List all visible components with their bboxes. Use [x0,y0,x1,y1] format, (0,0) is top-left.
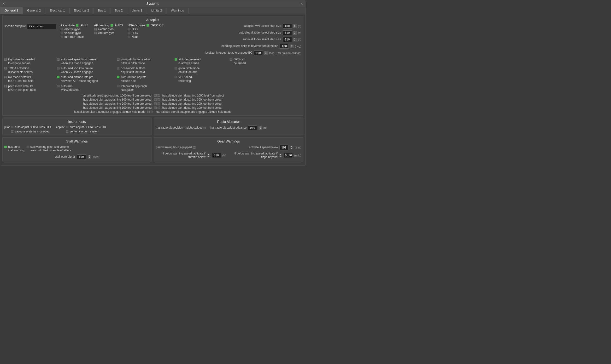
radio-alt-down[interactable]: ▼ [259,128,262,130]
instruments-content: pilot auto adjust CDI to GPS DTK vacuum … [4,126,150,133]
pilot-vacuum-cb[interactable] [11,130,14,133]
alert-cb-4b[interactable] [151,111,153,113]
option-alt-preselect-cb[interactable] [175,58,177,61]
alert-cb-4[interactable] [147,111,153,113]
hdg-delta-row: heading-select delta to reverse turn dir… [205,44,301,49]
tab-electrical2[interactable]: Electrical 2 [69,7,94,14]
alert-cb-3[interactable] [154,106,160,109]
stall-pitch-volume-cb[interactable] [27,146,29,148]
vvi-step-down[interactable]: ▼ [293,26,297,28]
option-autoload-speed-cb[interactable] [57,58,59,61]
tab-general2[interactable]: General 2 [23,7,45,14]
hnav-obs: OBS [128,27,164,31]
option-alt-preselect-label: altitude pre-selectis always armed [178,58,201,65]
radio-alt-decision-cb[interactable] [203,127,206,129]
hdg-delta-spinner[interactable]: ▲ ▼ [290,45,293,48]
alert-left-4: has altitude alert if autopilot engages … [74,110,146,114]
alert-cb-0b[interactable] [158,94,160,97]
alert-cb-1[interactable] [154,98,160,101]
option-autoload-vvi: auto-load VVI into pre-selwhen VVI mode … [57,66,115,74]
radio-alt-step-spinner[interactable]: ▲ ▼ [293,38,297,41]
option-auto-arm-vnav-cb[interactable] [57,85,59,87]
gear-horn-cb[interactable] [193,146,195,149]
gear-flaps-unit: (ratio) [294,154,301,157]
tab-general1[interactable]: General 1 [0,7,23,14]
close-left-button[interactable]: ✕ [2,2,5,5]
attitude-vacuum-gyro-cb[interactable] [61,32,63,34]
copilot-cdi-cb[interactable] [66,126,68,128]
tab-limits1[interactable]: Limits 1 [127,7,147,14]
hdg-delta-down[interactable]: ▼ [290,46,293,48]
alert-cb-2a[interactable] [154,103,157,105]
attitude-electric-gyro-cb[interactable] [61,28,63,30]
tab-warnings[interactable]: Warnings [167,7,188,14]
loc-intercept-row: localizer intercept to auto-engage BC 00… [205,51,301,55]
copilot-venturi-label: venturi vacuum system [70,130,99,133]
radio-alt-right-label: has radio-alt callout advance [210,126,247,130]
option-integrated-approach: Integrated ApproachNavigation [117,85,172,92]
radio-alt-step-display: 010 [283,37,292,42]
alert-cb-3a[interactable] [154,106,157,109]
option-vvi-buttons-cb[interactable] [117,58,119,61]
tab-bus2[interactable]: Bus 2 [111,7,127,14]
radio-alt-spinner[interactable]: ▲ ▼ [259,126,262,130]
gear-speed-down[interactable]: ▼ [290,147,293,149]
loc-intercept-spinner[interactable]: ▲ ▼ [264,51,268,55]
pilot-cdi-cb[interactable] [11,126,14,128]
alert-cb-2[interactable] [154,103,160,105]
option-pitch-mode-cb[interactable] [4,85,7,87]
gear-throttle-down[interactable]: ▼ [207,156,210,157]
radio-alt-step-unit: (ft) [298,38,301,41]
heading-vacuum-gyro-cb[interactable] [94,32,97,34]
alert-cb-0[interactable] [154,94,160,97]
option-integrated-approach-cb[interactable] [117,85,119,87]
tab-electrical1[interactable]: Electrical 1 [45,7,69,14]
hnav-hdg-cb[interactable] [128,32,130,34]
option-gps-armed-cb[interactable] [230,58,232,61]
hdg-delta-unit: (deg) [295,45,301,48]
stall-alpha-spinner[interactable]: ▲ ▼ [88,155,91,158]
alert-left-3: has altitude alert approaching 100 feet … [83,106,152,109]
alert-cb-1a[interactable] [154,98,157,101]
hnav-none-cb[interactable] [128,36,130,38]
stall-alpha-down[interactable]: ▼ [88,157,91,158]
option-toga-cb[interactable] [4,67,7,69]
alt-step-spinner[interactable]: ▲ ▼ [293,31,297,35]
stall-options-row: has auralstall warning stall warning pit… [4,145,150,153]
close-right-button[interactable]: ✕ [300,2,303,5]
gear-flaps-spinner[interactable]: ▲ ▼ [279,154,282,157]
gear-throttle-spinner[interactable]: ▲ ▼ [207,154,210,157]
alert-right-2: has altitude alert departing 200 feet fr… [162,102,222,105]
vvi-step-spinner[interactable]: ▲ ▼ [293,25,297,28]
alert-cb-1b[interactable] [158,98,160,101]
alert-row-0: has altitude alert approaching 1000 feet… [4,94,301,97]
option-pitch-mode-arm-cb[interactable] [175,67,177,69]
stall-aural-cb[interactable] [4,146,7,148]
gear-speed-spinner[interactable]: ▲ ▼ [290,146,293,149]
option-vor-dead-cb[interactable] [175,76,177,78]
gear-flaps-down[interactable]: ▼ [279,156,282,157]
option-cws-cb[interactable] [117,76,119,78]
attitude-turn-rate-cb[interactable] [61,36,63,38]
option-autoload-alt-cb[interactable] [57,76,59,78]
radio-alt-step-down[interactable]: ▼ [293,40,297,41]
alt-step-down[interactable]: ▼ [293,33,297,35]
hnav-obs-cb[interactable] [128,28,130,30]
option-autoload-vvi-cb[interactable] [57,67,59,69]
alert-cb-4a[interactable] [147,111,150,113]
heading-electric-gyro-cb[interactable] [94,28,97,30]
alert-cb-3b[interactable] [158,106,160,109]
alert-cb-0a[interactable] [154,94,157,97]
option-flight-director-cb[interactable] [4,58,7,61]
option-roll-mode-cb[interactable] [4,76,7,78]
specific-autopilot: specific autopilot [4,24,56,29]
specific-autopilot-input[interactable] [27,24,56,29]
tab-bus1[interactable]: Bus 1 [94,7,110,14]
alert-cb-2b[interactable] [158,103,160,105]
tab-limits2[interactable]: Limits 2 [147,7,167,14]
loc-intercept-down[interactable]: ▼ [264,53,268,55]
option-nose-buttons-cb[interactable] [117,67,119,69]
radio-alt-right: has radio-alt callout advance 000 ▲ ▼ (f… [210,126,266,130]
option-pitch-mode-arm-label: go to pitch modeon altitude arm [178,66,200,74]
copilot-venturi-cb[interactable] [66,130,68,133]
